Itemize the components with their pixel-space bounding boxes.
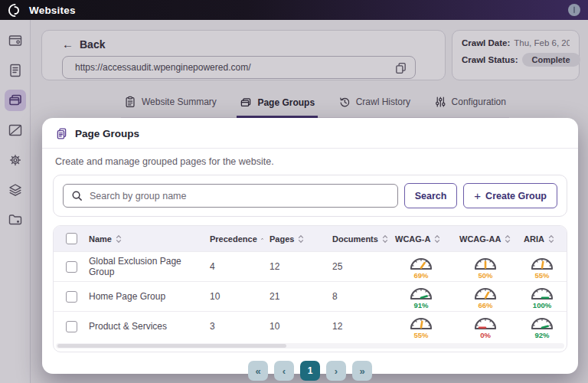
table-row: Product & Services31012 55% 0% 92%	[54, 311, 567, 341]
gauge-icon	[408, 314, 434, 332]
page-title: Websites	[29, 5, 76, 16]
score-percentage: 55%	[413, 332, 428, 339]
gauge-icon	[472, 284, 498, 302]
search-icon	[71, 190, 83, 201]
sort-icon	[434, 234, 440, 244]
gauge-icon	[529, 314, 555, 332]
select-all-checkbox[interactable]	[66, 233, 77, 244]
score-percentage: 100%	[533, 302, 551, 309]
row-checkbox[interactable]	[66, 261, 77, 273]
score-cell: 69%	[389, 254, 453, 280]
gauge-icon	[408, 254, 434, 272]
search-panel: Search + Create Group	[53, 175, 567, 217]
score-cell: 100%	[518, 284, 567, 309]
score-percentage: 66%	[478, 302, 492, 309]
sort-icon	[298, 234, 304, 244]
score-cell: 92%	[518, 314, 567, 339]
page-groups-panel: Page Groups Create and manage grouped pa…	[42, 118, 578, 374]
score-cell: 50%	[453, 254, 518, 280]
horizontal-scrollbar[interactable]	[56, 343, 564, 349]
row-checkbox[interactable]	[66, 321, 77, 332]
column-header-documents[interactable]: Documents	[326, 234, 389, 244]
sort-icon	[548, 234, 554, 244]
row-checkbox[interactable]	[66, 291, 77, 303]
sort-icon	[382, 234, 388, 244]
score-percentage: 69%	[413, 272, 428, 280]
score-percentage: 50%	[478, 272, 492, 280]
search-button-label: Search	[415, 191, 447, 201]
sort-icon	[116, 234, 122, 244]
table-header: Name Precedence Pages Documents WCAG-A W…	[54, 226, 567, 251]
info-icon[interactable]	[567, 3, 581, 17]
score-cell: 0%	[453, 314, 518, 339]
column-header-precedence[interactable]: Precedence	[204, 234, 263, 244]
page-groups-title-icon	[55, 127, 68, 140]
precedence-cell: 10	[204, 291, 263, 302]
column-header-wcag-a[interactable]: WCAG-A	[389, 234, 453, 244]
pagination: « ‹ 1 › »	[42, 361, 578, 381]
pages-cell: 12	[263, 261, 326, 272]
plus-icon: +	[474, 189, 481, 202]
create-group-label: Create Group	[485, 191, 547, 201]
pagination-next-button[interactable]: ›	[326, 361, 346, 381]
create-group-button[interactable]: + Create Group	[463, 183, 557, 208]
page-groups-table: Name Precedence Pages Documents WCAG-A W…	[53, 225, 567, 352]
score-percentage: 55%	[534, 272, 549, 280]
group-search-box	[63, 184, 398, 208]
sort-icon	[505, 234, 511, 244]
gauge-icon	[408, 284, 434, 302]
column-header-wcag-aa[interactable]: WCAG-AA	[453, 234, 518, 244]
column-header-pages[interactable]: Pages	[263, 234, 326, 244]
documents-cell: 12	[326, 321, 389, 332]
search-button[interactable]: Search	[404, 183, 458, 208]
group-name-cell: Product & Services	[83, 321, 204, 332]
documents-cell: 25	[326, 261, 389, 272]
gauge-icon	[472, 314, 498, 332]
score-percentage: 91%	[413, 302, 428, 309]
pagination-page-1[interactable]: 1	[300, 361, 320, 381]
precedence-cell: 3	[204, 321, 263, 332]
panel-title: Page Groups	[75, 128, 139, 139]
scrollbar-thumb[interactable]	[57, 344, 286, 348]
score-cell: 66%	[453, 284, 518, 309]
group-name-cell: Home Page Group	[83, 291, 204, 302]
table-row: Global Exclusion Page Group41225 69% 50%…	[54, 251, 567, 281]
group-name-cell: Global Exclusion Page Group	[83, 256, 204, 277]
pagination-last-button[interactable]: »	[352, 361, 372, 381]
app-logo-icon	[0, 3, 29, 18]
group-search-input[interactable]	[90, 191, 390, 201]
score-cell: 91%	[389, 284, 453, 309]
top-bar: Websites	[0, 0, 588, 20]
pagination-first-button[interactable]: «	[248, 361, 268, 381]
pages-cell: 21	[263, 291, 326, 302]
documents-cell: 8	[326, 291, 389, 302]
precedence-cell: 4	[204, 261, 263, 272]
score-cell: 55%	[389, 314, 453, 339]
score-percentage: 0%	[480, 332, 491, 339]
score-cell: 55%	[518, 254, 567, 280]
table-body: Global Exclusion Page Group41225 69% 50%…	[54, 251, 567, 341]
column-header-aria[interactable]: ARIA	[518, 234, 567, 244]
panel-description: Create and manage grouped pages for the …	[42, 149, 578, 167]
table-row: Home Page Group10218 91% 66% 100%	[54, 281, 567, 311]
gauge-icon	[529, 254, 555, 272]
score-percentage: 92%	[534, 332, 549, 339]
gauge-icon	[472, 254, 498, 272]
column-header-name[interactable]: Name	[83, 234, 204, 244]
pagination-prev-button[interactable]: ‹	[274, 361, 294, 381]
gauge-icon	[529, 284, 555, 302]
pages-cell: 10	[263, 321, 326, 332]
